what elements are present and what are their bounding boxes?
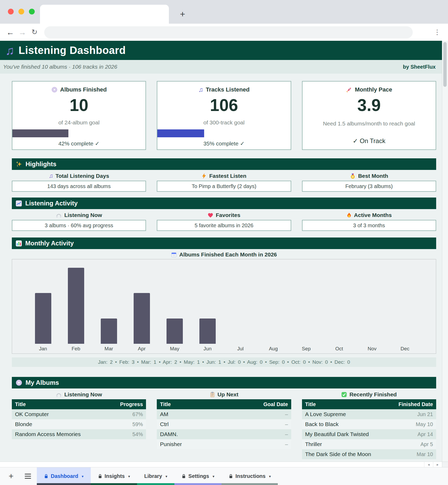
section-monthly-activity: Monthly Activity — [12, 238, 436, 249]
page-title: Listening Dashboard — [19, 44, 126, 56]
summary-bar: You've finished 10 albums · 106 tracks i… — [0, 60, 442, 74]
progress-track — [12, 129, 145, 137]
section-highlights: Highlights — [12, 158, 436, 170]
stat-footer: 35% complete ✓ — [157, 140, 290, 147]
progress-bar — [157, 129, 204, 137]
table-row: DAMN.– — [157, 429, 291, 439]
browser-menu-icon[interactable]: ⋮ — [434, 28, 441, 36]
scroll-right-icon[interactable]: ▸ — [433, 462, 442, 467]
chart-bar-group: Jan — [27, 259, 59, 353]
forward-icon[interactable]: → — [16, 28, 28, 36]
item-label: Total Listening Days — [56, 173, 109, 179]
lightning-icon — [202, 173, 207, 179]
scroll-left-icon[interactable]: ◂ — [424, 462, 433, 467]
column-header: Title — [15, 401, 26, 407]
table-header-row: TitleProgress — [12, 399, 146, 409]
new-tab-button[interactable]: + — [180, 9, 185, 18]
section-my-albums: My Albums — [12, 377, 436, 388]
window-controls[interactable] — [8, 9, 35, 14]
tab-label: Insights — [105, 473, 125, 479]
stat-cards: Albums Finished 10 of 24-album goal 42% … — [12, 81, 436, 150]
lock-icon — [182, 474, 186, 479]
sheet-viewport: ♫ Listening Dashboard You've finished 10… — [0, 41, 448, 462]
browser-toolbar: ← → ↻ ⋮ — [0, 24, 448, 41]
table-row: Back to BlackMay 10 — [302, 419, 436, 429]
x-axis-label: May — [170, 344, 179, 353]
chevron-down-icon: ▾ — [165, 474, 167, 478]
column-header: Title — [305, 401, 316, 407]
chevron-down-icon: ▾ — [128, 474, 130, 478]
chart-bar — [167, 319, 183, 344]
tab-dashboard[interactable]: Dashboard ▾ — [37, 467, 91, 485]
vertical-scrollbar-thumb[interactable] — [443, 42, 447, 87]
chart-bar-group: May — [158, 259, 191, 353]
progress-track — [157, 129, 290, 137]
table-label: Recently Finished — [349, 391, 397, 398]
album-title: Random Access Memories — [15, 431, 81, 437]
horizontal-scrollbar[interactable]: ◂ ▸ — [0, 462, 448, 467]
section-title: Highlights — [26, 160, 56, 168]
reload-icon[interactable]: ↻ — [28, 29, 41, 36]
album-value: 54% — [132, 431, 143, 437]
listening-now-table: TitleProgressOK Computer67%Blonde59%Rand… — [12, 399, 146, 459]
album-value: – — [285, 411, 288, 417]
maximize-window-button[interactable] — [29, 9, 35, 14]
item-label: Best Month — [358, 173, 388, 179]
tab-color-strip — [222, 483, 278, 485]
stat-title: Tracks Listened — [206, 86, 249, 93]
album-value: – — [285, 431, 288, 437]
minimize-window-button[interactable] — [18, 9, 24, 14]
album-table-labels: Listening Now Up Next Recently Finished — [12, 388, 436, 398]
table-row: My Beautiful Dark TwistedApr 14 — [302, 429, 436, 439]
chart-bar-group: Apr — [125, 259, 158, 353]
album-title: Punisher — [160, 441, 182, 447]
table-label: Up Next — [218, 391, 238, 398]
table-row: AM– — [157, 409, 291, 419]
item-value: 143 days across all albums — [12, 181, 146, 192]
x-axis-label: Apr — [138, 344, 146, 353]
close-window-button[interactable] — [8, 9, 14, 14]
table-row: Ctrl– — [157, 419, 291, 429]
tab-color-strip — [91, 483, 137, 485]
table-row: A Love SupremeJun 21 — [302, 409, 436, 419]
clipboard-icon — [210, 392, 215, 398]
chart-bar-group: Sep — [290, 259, 323, 353]
tab-label: Instructions — [235, 473, 265, 479]
chart-bars: JanFebMarAprMayJunJulAugSepOctNovDec — [12, 259, 436, 353]
album-title: Thriller — [305, 441, 322, 447]
dashboard-header: ♫ Listening Dashboard — [0, 41, 442, 60]
section-listening-activity: Listening Activity — [12, 198, 436, 209]
tab-insights[interactable]: Insights ▾ — [91, 467, 137, 485]
x-axis-label: Aug — [269, 344, 278, 353]
stat-footer: ✓ On Track — [303, 137, 436, 145]
browser-tab[interactable] — [40, 5, 169, 24]
tab-instructions[interactable]: Instructions ▾ — [222, 467, 278, 485]
item-value: 3 of 3 months — [302, 220, 436, 231]
tab-library[interactable]: Library ▾ — [137, 467, 174, 485]
address-bar[interactable] — [44, 26, 413, 38]
table-row: OK Computer67% — [12, 409, 146, 419]
tab-label: Dashboard — [51, 473, 78, 479]
all-sheets-menu-icon[interactable] — [25, 474, 31, 479]
album-title: AM — [160, 411, 168, 417]
stat-title: Monthly Pace — [355, 86, 392, 93]
section-title: Listening Activity — [25, 200, 78, 207]
album-value: Jun 21 — [417, 411, 433, 417]
tab-settings[interactable]: Settings ▾ — [174, 467, 222, 485]
stat-subtitle: of 300-track goal — [157, 119, 290, 126]
x-axis-label: Jan — [39, 344, 47, 353]
cd-icon — [16, 379, 22, 386]
check-icon — [341, 392, 347, 397]
flame-icon — [346, 212, 352, 218]
back-icon[interactable]: ← — [4, 28, 16, 36]
cd-icon — [51, 87, 58, 93]
item-label: Favorites — [216, 212, 240, 218]
item-value: 5 favorite albums in 2026 — [157, 220, 291, 231]
vertical-scrollbar[interactable] — [442, 41, 448, 462]
section-title: Monthly Activity — [25, 240, 74, 247]
lock-icon — [229, 474, 233, 479]
chevron-down-icon: ▾ — [82, 474, 83, 478]
add-sheet-button[interactable]: + — [6, 471, 16, 481]
activity-favorites: Favorites 5 favorite albums in 2026 — [157, 209, 291, 231]
browser-tab-strip: + — [0, 0, 448, 24]
